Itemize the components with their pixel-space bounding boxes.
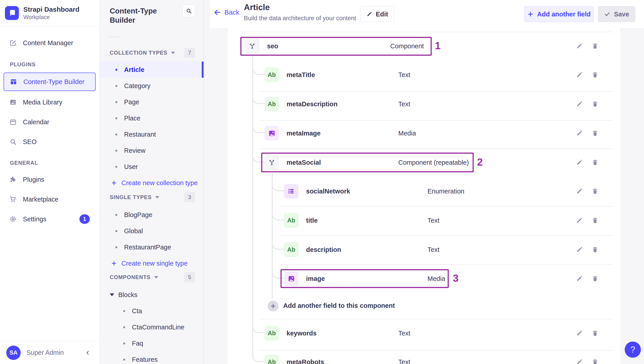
delete-field-button[interactable]: [590, 216, 600, 225]
trash-icon: [592, 101, 598, 107]
field-row: AbkeywordsText: [228, 324, 620, 342]
pencil-icon: [576, 330, 583, 337]
media-field-icon: [265, 126, 279, 140]
pencil-icon: [576, 188, 583, 195]
edit-field-button[interactable]: [574, 274, 584, 284]
enumeration-field-icon: [284, 184, 298, 198]
delete-field-button[interactable]: [590, 41, 600, 51]
pencil-icon: [576, 159, 583, 166]
row-divider: [279, 264, 612, 265]
field-type: Text: [428, 246, 439, 253]
pencil-icon: [576, 275, 583, 282]
field-name: image: [306, 275, 325, 282]
plus-icon: [270, 303, 276, 309]
field-type: Text: [398, 358, 410, 364]
edit-field-button[interactable]: [574, 245, 584, 255]
row-divider: [259, 350, 612, 350]
field-row: AbmetaRobotsText: [228, 353, 620, 364]
row-divider: [259, 120, 612, 121]
edit-field-button[interactable]: [574, 357, 584, 364]
text-field-icon: Ab: [265, 355, 279, 364]
field-type: Text: [398, 330, 410, 337]
delete-field-button[interactable]: [590, 274, 600, 284]
field-type: Media: [428, 275, 445, 282]
edit-field-button[interactable]: [574, 216, 584, 225]
field-type: Component: [390, 43, 424, 50]
field-name: metaSocial: [286, 159, 321, 166]
pencil-icon: [576, 358, 583, 364]
field-name: title: [306, 217, 318, 224]
trash-icon: [592, 275, 598, 282]
component-field-icon: [265, 155, 279, 169]
row-divider: [259, 91, 612, 92]
edit-field-button[interactable]: [574, 186, 584, 196]
delete-field-button[interactable]: [590, 245, 600, 255]
text-field-icon: Ab: [265, 326, 279, 340]
pencil-icon: [576, 71, 583, 78]
pencil-icon: [576, 101, 583, 107]
edit-field-button[interactable]: [574, 70, 584, 80]
help-button[interactable]: ?: [625, 341, 641, 358]
field-name: seo: [267, 43, 278, 50]
media-field-icon: [284, 272, 298, 286]
field-type: Text: [398, 71, 410, 79]
trash-icon: [592, 130, 598, 137]
delete-field-button[interactable]: [590, 157, 600, 167]
edit-field-button[interactable]: [574, 41, 584, 51]
pencil-icon: [576, 130, 583, 137]
field-name: socialNetwork: [306, 188, 350, 195]
trash-icon: [592, 159, 598, 166]
pencil-icon: [576, 43, 583, 49]
trash-icon: [592, 246, 598, 253]
field-row: metaSocialComponent (repeatable): [228, 153, 620, 172]
field-row: AbdescriptionText: [228, 240, 620, 259]
field-row: AbmetaDescriptionText: [228, 95, 620, 113]
trash-icon: [592, 330, 598, 337]
delete-field-button[interactable]: [590, 328, 600, 338]
delete-field-button[interactable]: [590, 128, 600, 138]
field-name: keywords: [286, 330, 316, 337]
pencil-icon: [576, 246, 583, 253]
delete-field-button[interactable]: [590, 357, 600, 364]
field-name: description: [306, 246, 341, 253]
add-field-to-component-button[interactable]: [268, 301, 278, 311]
field-row: AbmetaTitleText: [228, 66, 620, 84]
row-divider: [240, 32, 612, 32]
field-row: seoComponent: [228, 37, 620, 55]
trash-icon: [592, 71, 598, 78]
row-divider: [259, 319, 612, 319]
edit-field-button[interactable]: [574, 157, 584, 167]
text-field-icon: Ab: [284, 243, 298, 257]
pencil-icon: [576, 217, 583, 224]
field-type: Enumeration: [428, 188, 464, 195]
delete-field-button[interactable]: [590, 99, 600, 109]
field-name: metaImage: [286, 130, 321, 137]
field-name: metaDescription: [286, 100, 338, 108]
field-type: Text: [398, 100, 410, 108]
field-type: Component (repeatable): [398, 159, 469, 166]
field-name: metaTitle: [286, 71, 315, 79]
row-divider: [279, 235, 612, 236]
field-row: socialNetworkEnumeration: [228, 182, 620, 201]
field-row: metaImageMedia: [228, 124, 620, 142]
edit-field-button[interactable]: [574, 99, 584, 109]
text-field-icon: Ab: [265, 97, 279, 111]
delete-field-button[interactable]: [590, 70, 600, 80]
edit-field-button[interactable]: [574, 128, 584, 138]
field-row: AbtitleText: [228, 211, 620, 230]
trash-icon: [592, 188, 598, 195]
row-divider: [259, 148, 612, 149]
fields-overlay: Add another field to this component seoC…: [0, 0, 644, 364]
strapi-dashboard-page: Strapi Dashboard Workplace Content Manag…: [0, 0, 644, 364]
row-divider: [279, 206, 612, 207]
edit-field-button[interactable]: [574, 328, 584, 338]
component-field-icon: [245, 39, 259, 53]
add-field-to-component-label[interactable]: Add another field to this component: [283, 302, 395, 309]
field-name: metaRobots: [286, 358, 324, 364]
field-type: Text: [428, 217, 439, 224]
delete-field-button[interactable]: [590, 186, 600, 196]
text-field-icon: Ab: [265, 68, 279, 82]
trash-icon: [592, 358, 598, 364]
text-field-icon: Ab: [284, 214, 298, 227]
trash-icon: [592, 43, 598, 49]
